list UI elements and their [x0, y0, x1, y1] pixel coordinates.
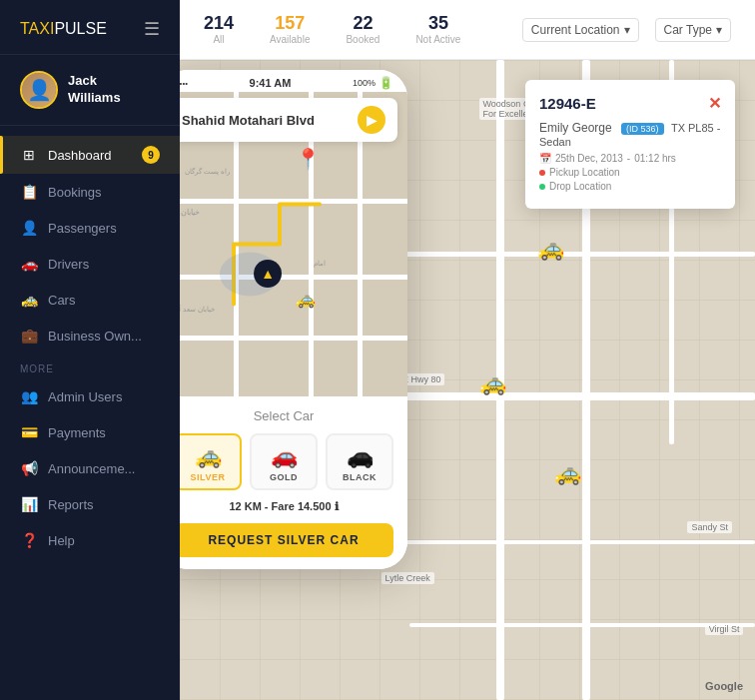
pickup-dot	[539, 170, 545, 176]
location-dropdown[interactable]: Current Location ▾	[522, 18, 639, 42]
signal-icon: •••••	[180, 79, 188, 88]
phone-current-marker: ▲	[254, 260, 282, 288]
sidebar-logo: TAXIPULSE ☰	[0, 0, 180, 55]
phone-search-text: Shahid Motahari Blvd	[182, 113, 315, 128]
popup-drop: Drop Location	[539, 181, 721, 192]
stat-not-active: 35 Not Active	[415, 14, 460, 45]
payments-icon: 💳	[20, 424, 38, 440]
header: 214 All 157 Available 22 Booked 35 Not A…	[180, 0, 755, 60]
sidebar-item-reports[interactable]: 📊 Reports	[0, 486, 180, 522]
sidebar-item-business[interactable]: 💼 Business Own...	[0, 318, 180, 353]
map-car-marker-1: 🚕	[536, 239, 564, 259]
stat-available-label: Available	[270, 34, 310, 45]
logo-pulse: PULSE	[54, 20, 106, 37]
map-label-virgil: Virgil St	[705, 623, 744, 635]
stat-all-value: 214	[204, 14, 234, 32]
bookings-icon: 📋	[20, 184, 38, 200]
google-label: Google	[705, 680, 743, 692]
popup-close-button[interactable]: ✕	[708, 94, 721, 113]
sidebar-item-dashboard[interactable]: ⊞ Dashboard 9	[0, 136, 180, 174]
sidebar-item-label: Business Own...	[48, 329, 142, 344]
announcements-icon: 📢	[20, 460, 38, 476]
popup-passenger-name: Emily George	[539, 121, 612, 135]
popup-time: 01:12 hrs	[634, 153, 676, 164]
sidebar-item-payments[interactable]: 💳 Payments	[0, 414, 180, 450]
car-type-dropdown[interactable]: Car Type ▾	[655, 18, 731, 42]
dashboard-icon: ⊞	[20, 147, 38, 163]
drivers-icon: 🚗	[20, 256, 38, 272]
user-name: Jack Williams	[68, 73, 121, 107]
silver-car-icon: 🚕	[195, 443, 222, 469]
sidebar-item-label: Admin Users	[48, 389, 122, 404]
phone-bottom: Select Car 🚕 SILVER 🚗 GOLD 🚗	[180, 396, 407, 569]
stat-booked-value: 22	[353, 14, 373, 32]
info-popup: 12946-E ✕ Emily George (ID 536) TX PL85 …	[525, 80, 735, 209]
sidebar-item-help[interactable]: ❓ Help	[0, 522, 180, 558]
phone-map-label-1: خیابان بنا	[180, 208, 200, 217]
popup-pickup: Pickup Location	[539, 167, 721, 178]
sidebar-user: 👤 Jack Williams	[0, 55, 180, 126]
nav-section-more: More	[0, 353, 180, 378]
phone-map-bg: Shahid Motahari Blvd ▶ ▲ 🚕 📍 خیابان بنا …	[180, 92, 407, 396]
chevron-down-icon: ▾	[716, 23, 722, 37]
car-type-label: Car Type	[664, 23, 712, 37]
popup-date: 25th Dec, 2013	[555, 153, 623, 164]
sidebar-item-label: Help	[48, 533, 75, 548]
stat-booked-label: Booked	[346, 34, 379, 45]
phone-destination-pin: 📍	[296, 147, 321, 171]
fare-separator: - Fare	[265, 500, 298, 512]
info-icon[interactable]: ℹ	[335, 500, 339, 512]
sidebar-item-drivers[interactable]: 🚗 Drivers	[0, 246, 180, 282]
request-car-button[interactable]: REQUEST SilveR CAR	[180, 523, 393, 557]
map-area: Woodson CenterFor Excellence E Hwy 80 Sa…	[180, 60, 755, 700]
fare-distance: 12 KM	[229, 500, 261, 512]
avatar-image: 👤	[22, 71, 56, 109]
logo: TAXIPULSE	[20, 20, 107, 38]
sidebar-item-bookings[interactable]: 📋 Bookings	[0, 174, 180, 210]
car-option-silver[interactable]: 🚕 SILVER	[180, 433, 242, 490]
nav-badge: 9	[142, 146, 160, 164]
main-content: 214 All 157 Available 22 Booked 35 Not A…	[180, 0, 755, 700]
map-label-sandy: Sandy St	[687, 521, 732, 533]
map-car-marker-3: 🚕	[553, 463, 581, 483]
car-option-gold[interactable]: 🚗 GOLD	[250, 433, 318, 490]
sidebar-item-passengers[interactable]: 👤 Passengers	[0, 210, 180, 246]
stat-available-value: 157	[275, 14, 305, 32]
sidebar-item-label: Drivers	[48, 257, 89, 272]
sidebar: TAXIPULSE ☰ 👤 Jack Williams ⊞ Dashboard …	[0, 0, 180, 700]
drop-dot	[539, 184, 545, 190]
sidebar-nav: ⊞ Dashboard 9 📋 Bookings 👤 Passengers 🚗 …	[0, 126, 180, 700]
stat-all-label: All	[213, 34, 224, 45]
cars-icon: 🚕	[20, 292, 38, 308]
admin-icon: 👥	[20, 388, 38, 404]
help-icon: ❓	[20, 532, 38, 548]
car-option-black[interactable]: 🚗 BLACK	[326, 433, 393, 490]
phone-map-label-2: امام	[314, 260, 326, 268]
phone-car-on-map: 🚕	[296, 290, 316, 309]
hamburger-icon[interactable]: ☰	[144, 18, 160, 40]
sidebar-item-cars[interactable]: 🚕 Cars	[0, 282, 180, 318]
select-car-title: Select Car	[180, 408, 393, 423]
sidebar-item-label: Announceme...	[48, 461, 135, 476]
popup-header: 12946-E ✕	[539, 94, 721, 113]
silver-car-label: SILVER	[191, 472, 226, 482]
gold-car-label: GOLD	[270, 472, 298, 482]
black-car-icon: 🚗	[347, 443, 374, 469]
sidebar-item-label: Reports	[48, 497, 94, 512]
phone-time: 9:41 AM	[250, 77, 292, 89]
calendar-icon: 📅	[539, 153, 551, 164]
phone-search-bar[interactable]: Shahid Motahari Blvd ▶	[180, 98, 397, 142]
phone-battery: 100% 🔋	[353, 76, 393, 90]
stat-all: 214 All	[204, 14, 234, 45]
fare-info: 12 KM - Fare 14.500 ℹ	[180, 500, 393, 513]
sidebar-item-admin[interactable]: 👥 Admin Users	[0, 378, 180, 414]
phone-signal: •••••	[180, 79, 188, 88]
sidebar-item-announcements[interactable]: 📢 Announceme...	[0, 450, 180, 486]
popup-passenger-info: Emily George (ID 536) TX PL85 - Sedan	[539, 121, 721, 149]
gold-car-icon: 🚗	[271, 443, 298, 469]
phone-map-label-3: راه پست گرگان	[185, 168, 230, 176]
map-car-marker-2: 🚕	[479, 373, 507, 393]
logo-taxi: TAXI	[20, 20, 54, 37]
phone-nav-icon[interactable]: ▶	[358, 106, 385, 134]
popup-time-separator: -	[627, 153, 630, 164]
